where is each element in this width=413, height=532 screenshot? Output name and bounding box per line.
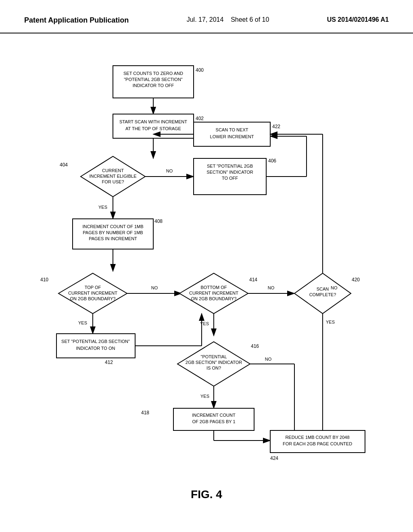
svg-text:AT THE TOP OF STORAGE: AT THE TOP OF STORAGE	[125, 126, 181, 131]
svg-text:406: 406	[268, 158, 276, 164]
svg-text:ON 2GB BOUNDARY?: ON 2GB BOUNDARY?	[191, 296, 237, 301]
svg-text:INCREMENT COUNT OF 1MB: INCREMENT COUNT OF 1MB	[82, 224, 143, 229]
flowchart-area: SET COUNTS TO ZERO AND "POTENTIAL 2GB SE…	[0, 33, 413, 517]
svg-text:"POTENTIAL: "POTENTIAL	[200, 354, 227, 359]
svg-text:SET COUNTS TO ZERO AND: SET COUNTS TO ZERO AND	[123, 71, 183, 76]
svg-text:400: 400	[196, 67, 204, 73]
flowchart-svg: SET COUNTS TO ZERO AND "POTENTIAL 2GB SE…	[0, 33, 413, 497]
svg-text:INCREMENT ELIGIBLE: INCREMENT ELIGIBLE	[89, 174, 136, 179]
svg-text:TO OFF: TO OFF	[222, 176, 238, 181]
svg-text:408: 408	[154, 218, 163, 224]
svg-text:NO: NO	[265, 357, 272, 362]
svg-text:INDICATOR TO OFF: INDICATOR TO OFF	[133, 83, 174, 88]
svg-text:CURRENT INCREMENT: CURRENT INCREMENT	[189, 291, 238, 295]
svg-text:NO: NO	[268, 285, 275, 290]
svg-text:NO: NO	[166, 168, 173, 173]
svg-text:INCREMENT COUNT: INCREMENT COUNT	[192, 413, 236, 418]
svg-text:YES: YES	[200, 321, 209, 326]
svg-text:418: 418	[141, 410, 149, 416]
publication-title: Patent Application Publication	[24, 16, 129, 25]
svg-text:420: 420	[352, 277, 360, 283]
svg-text:TOP OF: TOP OF	[85, 285, 101, 290]
publication-date: Jul. 17, 2014 Sheet 6 of 10	[187, 16, 269, 23]
svg-text:404: 404	[60, 162, 68, 168]
svg-text:REDUCE 1MB COUNT BY 2048: REDUCE 1MB COUNT BY 2048	[285, 435, 349, 440]
svg-text:424: 424	[270, 455, 278, 461]
svg-text:SET "POTENTIAL 2GB: SET "POTENTIAL 2GB	[207, 164, 253, 168]
svg-text:PAGES BY NUMBER OF 1MB: PAGES BY NUMBER OF 1MB	[83, 230, 143, 235]
page: Patent Application Publication Jul. 17, …	[0, 0, 413, 532]
svg-text:OF 2GB PAGES BY 1: OF 2GB PAGES BY 1	[192, 419, 235, 424]
svg-text:YES: YES	[78, 320, 87, 325]
header: Patent Application Publication Jul. 17, …	[0, 0, 413, 33]
svg-text:422: 422	[272, 124, 280, 129]
svg-text:INDICATOR TO ON: INDICATOR TO ON	[76, 346, 115, 351]
svg-text:FOR USE?: FOR USE?	[102, 179, 124, 184]
svg-text:"POTENTIAL 2GB SECTION": "POTENTIAL 2GB SECTION"	[124, 77, 183, 82]
svg-text:2GB SECTION" INDICATOR: 2GB SECTION" INDICATOR	[186, 360, 242, 365]
svg-text:START SCAN WITH INCREMENT: START SCAN WITH INCREMENT	[119, 119, 187, 124]
svg-text:CURRENT INCREMENT: CURRENT INCREMENT	[68, 291, 117, 295]
svg-text:IS ON?: IS ON?	[206, 366, 221, 370]
svg-text:402: 402	[196, 116, 204, 121]
svg-text:BOTTOM OF: BOTTOM OF	[200, 285, 227, 290]
svg-text:416: 416	[251, 343, 259, 349]
svg-text:NO: NO	[331, 285, 338, 290]
patent-number: US 2014/0201496 A1	[327, 16, 389, 23]
svg-text:NO: NO	[151, 285, 158, 290]
svg-text:YES: YES	[200, 394, 209, 399]
svg-text:PAGES IN INCREMENT: PAGES IN INCREMENT	[89, 236, 137, 241]
svg-text:LOWER INCREMENT: LOWER INCREMENT	[210, 134, 254, 139]
svg-text:SET "POTENTIAL 2GB SECTION": SET "POTENTIAL 2GB SECTION"	[61, 339, 130, 344]
svg-text:SCAN: SCAN	[317, 287, 329, 291]
svg-text:YES: YES	[326, 320, 335, 324]
svg-text:412: 412	[105, 360, 113, 365]
svg-text:SCAN TO NEXT: SCAN TO NEXT	[216, 127, 248, 132]
svg-rect-1	[113, 66, 194, 98]
figure-label: FIG. 4	[0, 488, 413, 501]
svg-text:CURRENT: CURRENT	[102, 168, 124, 173]
svg-text:SECTION" INDICATOR: SECTION" INDICATOR	[206, 170, 253, 175]
svg-text:414: 414	[249, 277, 257, 283]
svg-text:410: 410	[40, 277, 48, 283]
svg-text:YES: YES	[98, 205, 107, 210]
svg-text:COMPLETE?: COMPLETE?	[309, 292, 336, 297]
svg-text:FOR EACH 2GB PAGE COUNTED: FOR EACH 2GB PAGE COUNTED	[283, 441, 352, 446]
svg-text:ON 2GB BOUNDARY?: ON 2GB BOUNDARY?	[70, 296, 116, 301]
